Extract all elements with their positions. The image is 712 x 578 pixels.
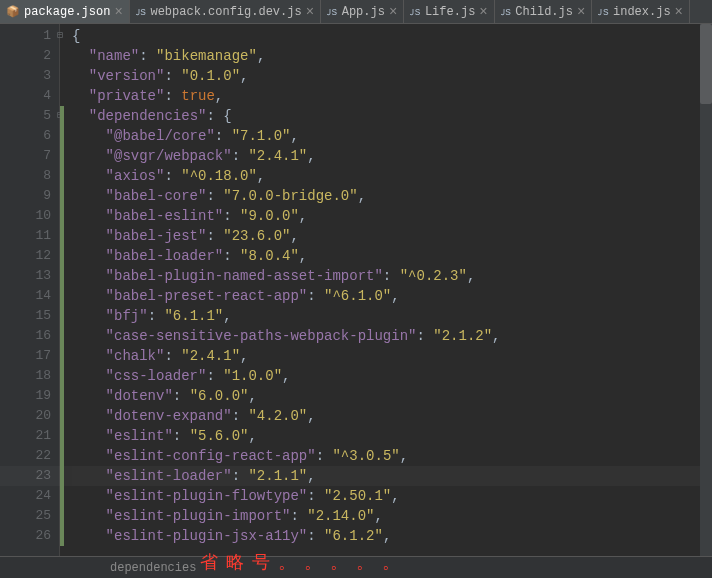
line-number: 19 [0, 386, 51, 406]
line-number: 16 [0, 326, 51, 346]
line-number: 3 [0, 66, 51, 86]
line-number: 20 [0, 406, 51, 426]
code-line[interactable]: "version": "0.1.0", [72, 66, 712, 86]
code-line[interactable]: "eslint-config-react-app": "^3.0.5", [72, 446, 712, 466]
line-number: 12 [0, 246, 51, 266]
line-number: 9 [0, 186, 51, 206]
close-icon[interactable]: × [114, 5, 122, 19]
code-line[interactable]: "bfj": "6.1.1", [72, 306, 712, 326]
code-line[interactable]: "chalk": "2.4.1", [72, 346, 712, 366]
close-icon[interactable]: × [306, 5, 314, 19]
line-number: 4 [0, 86, 51, 106]
tab-webpack-config-dev-js[interactable]: ᴊswebpack.config.dev.js× [130, 0, 321, 23]
code-line[interactable]: "dependencies": { [72, 106, 712, 126]
line-number: 5⊟ [0, 106, 51, 126]
close-icon[interactable]: × [479, 5, 487, 19]
breadcrumb-label: dependencies [110, 561, 196, 575]
code-line[interactable]: "babel-plugin-named-asset-import": "^0.2… [72, 266, 712, 286]
tab-label: Life.js [425, 5, 475, 19]
tab-label: Child.js [515, 5, 573, 19]
line-number: 7 [0, 146, 51, 166]
code-line[interactable]: "private": true, [72, 86, 712, 106]
tab-life-js[interactable]: ᴊsLife.js× [404, 0, 494, 23]
js-file-icon: ᴊs [327, 5, 338, 18]
tab-bar: 📦package.json×ᴊswebpack.config.dev.js×ᴊs… [0, 0, 712, 24]
line-number: 26 [0, 526, 51, 546]
tab-child-js[interactable]: ᴊsChild.js× [495, 0, 593, 23]
vertical-scrollbar[interactable] [700, 24, 712, 556]
code-line[interactable]: "babel-loader": "8.0.4", [72, 246, 712, 266]
scrollbar-thumb[interactable] [700, 24, 712, 104]
code-content[interactable]: { "name": "bikemanage", "version": "0.1.… [60, 24, 712, 556]
code-line[interactable]: "name": "bikemanage", [72, 46, 712, 66]
line-number: 8 [0, 166, 51, 186]
line-number: 2 [0, 46, 51, 66]
code-line[interactable]: "@babel/core": "7.1.0", [72, 126, 712, 146]
js-file-icon: ᴊs [501, 5, 512, 18]
line-number: 1⊟ [0, 26, 51, 46]
tab-label: App.js [342, 5, 385, 19]
code-line[interactable]: "axios": "^0.18.0", [72, 166, 712, 186]
line-number: 22 [0, 446, 51, 466]
code-line[interactable]: "@svgr/webpack": "2.4.1", [72, 146, 712, 166]
code-line[interactable]: "case-sensitive-paths-webpack-plugin": "… [72, 326, 712, 346]
tab-package-json[interactable]: 📦package.json× [0, 0, 130, 23]
line-number: 17 [0, 346, 51, 366]
code-line[interactable]: "babel-core": "7.0.0-bridge.0", [72, 186, 712, 206]
code-line[interactable]: "dotenv": "6.0.0", [72, 386, 712, 406]
close-icon[interactable]: × [389, 5, 397, 19]
line-number: 11 [0, 226, 51, 246]
js-file-icon: ᴊs [136, 5, 147, 18]
code-line[interactable]: "eslint": "5.6.0", [72, 426, 712, 446]
line-number: 15 [0, 306, 51, 326]
js-file-icon: ᴊs [598, 5, 609, 18]
code-line[interactable]: "css-loader": "1.0.0", [72, 366, 712, 386]
modified-indicator [60, 106, 64, 546]
code-line[interactable]: "dotenv-expand": "4.2.0", [72, 406, 712, 426]
line-number: 21 [0, 426, 51, 446]
line-number: 10 [0, 206, 51, 226]
close-icon[interactable]: × [577, 5, 585, 19]
code-line[interactable]: "eslint-loader": "2.1.1", [72, 466, 712, 486]
line-number: 14 [0, 286, 51, 306]
line-number: 24 [0, 486, 51, 506]
breadcrumb[interactable]: dependencies [0, 556, 712, 578]
line-number: 18 [0, 366, 51, 386]
code-line[interactable]: "eslint-plugin-jsx-a11y": "6.1.2", [72, 526, 712, 546]
tab-label: webpack.config.dev.js [150, 5, 301, 19]
tab-app-js[interactable]: ᴊsApp.js× [321, 0, 404, 23]
json-file-icon: 📦 [6, 5, 20, 18]
code-line[interactable]: "eslint-plugin-import": "2.14.0", [72, 506, 712, 526]
editor-area: 1⊟2345⊟678910111213141516171819202122232… [0, 24, 712, 556]
code-line[interactable]: "eslint-plugin-flowtype": "2.50.1", [72, 486, 712, 506]
line-number: 25 [0, 506, 51, 526]
close-icon[interactable]: × [675, 5, 683, 19]
code-line[interactable]: "babel-jest": "23.6.0", [72, 226, 712, 246]
js-file-icon: ᴊs [410, 5, 421, 18]
tab-label: package.json [24, 5, 110, 19]
code-line[interactable]: "babel-eslint": "9.0.0", [72, 206, 712, 226]
line-number: 6 [0, 126, 51, 146]
tab-index-js[interactable]: ᴊsindex.js× [592, 0, 690, 23]
code-line[interactable]: { [72, 26, 712, 46]
tab-label: index.js [613, 5, 671, 19]
line-number: 13 [0, 266, 51, 286]
code-line[interactable]: "babel-preset-react-app": "^6.1.0", [72, 286, 712, 306]
